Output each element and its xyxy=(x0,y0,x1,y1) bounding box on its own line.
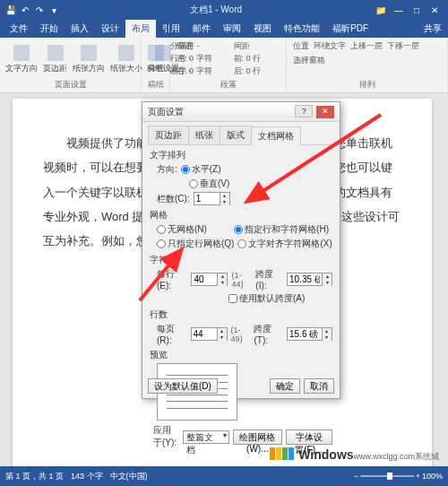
status-words[interactable]: 143 个字 xyxy=(71,471,103,482)
dialog-close-icon[interactable]: ✕ xyxy=(316,106,334,118)
direction-label: 方向: xyxy=(157,163,177,176)
watermark-name: Windows xyxy=(298,447,353,462)
chars-pitch-spinner[interactable]: ▴▾ xyxy=(287,273,332,286)
send-backward-button[interactable]: 下移一层 xyxy=(387,40,419,52)
ribbon-options-icon[interactable]: 📁 xyxy=(373,5,389,15)
spacing-before[interactable]: 前: 0 行 xyxy=(234,53,262,65)
tab-insert[interactable]: 插入 xyxy=(65,20,95,38)
save-icon[interactable]: 💾 xyxy=(5,5,16,15)
window-titlebar: 💾 ↶ ↷ ▾ 文档1 - Word 📁 — □ ✕ xyxy=(0,0,448,20)
share-button[interactable]: 共享 xyxy=(418,20,448,38)
group-label-paragraph: 段落 xyxy=(174,79,282,91)
minimize-icon[interactable]: — xyxy=(391,5,407,15)
dlg-tab-margins[interactable]: 页边距 xyxy=(148,126,189,144)
grid-label: 网格 xyxy=(150,209,332,221)
indent-heading: 缩进 xyxy=(177,40,212,52)
dlg-tab-grid[interactable]: 文档网格 xyxy=(251,126,301,145)
dlg-tab-layout[interactable]: 版式 xyxy=(220,126,252,144)
lines-perpage-label: 每页(R): xyxy=(157,323,187,345)
zoom-out-icon[interactable]: − xyxy=(353,472,358,481)
position-button[interactable]: 位置 xyxy=(293,40,309,52)
tab-foxit-pdf[interactable]: 福昕PDF xyxy=(326,20,375,38)
tab-home[interactable]: 开始 xyxy=(34,20,65,38)
watermark-bars-icon xyxy=(270,447,295,463)
tab-file[interactable]: 文件 xyxy=(4,20,34,38)
tab-features[interactable]: 特色功能 xyxy=(278,20,326,38)
use-default-pitch-checkbox[interactable]: 使用默认跨度(A) xyxy=(228,292,305,305)
ok-button[interactable]: 确定 xyxy=(270,378,300,394)
lines-label: 行数 xyxy=(150,308,332,321)
chars-perline-hint: (1-44) xyxy=(231,271,252,289)
indent-right[interactable]: 右: 0 字符 xyxy=(177,65,212,77)
cancel-button[interactable]: 取消 xyxy=(304,378,334,394)
zoom-level[interactable]: 100% xyxy=(422,472,443,481)
direction-vertical-radio[interactable]: 垂直(V) xyxy=(189,178,229,190)
chars-pitch-label: 跨度(I): xyxy=(255,268,283,291)
grid-none-radio[interactable]: 无网格(N) xyxy=(157,223,207,236)
indent-left[interactable]: 左: 0 字符 xyxy=(177,53,212,65)
status-page[interactable]: 第 1 页，共 1 页 xyxy=(5,471,64,482)
tab-design[interactable]: 设计 xyxy=(95,20,125,38)
status-language[interactable]: 中文(中国) xyxy=(110,471,148,482)
lines-perpage-spinner[interactable]: ▴▾ xyxy=(191,327,228,341)
set-default-button[interactable]: 设为默认值(D) xyxy=(148,378,218,394)
lines-pitch-label: 跨度(T): xyxy=(254,323,283,345)
chars-label: 字符数 xyxy=(150,254,332,266)
watermark-sub: www.wxclgg.com系统城 xyxy=(353,452,439,461)
dialog-help-icon[interactable]: ? xyxy=(295,105,313,117)
font-settings-button[interactable]: 字体设置(F)... xyxy=(286,430,332,445)
columns-spinner[interactable]: ▴▾ xyxy=(194,192,230,205)
tab-layout[interactable]: 布局 xyxy=(125,20,156,38)
spacing-heading: 间距 xyxy=(234,40,262,52)
draw-grid-button[interactable]: 绘图网格(W)... xyxy=(233,430,282,445)
lines-pitch-spinner[interactable]: ▴▾ xyxy=(287,327,332,341)
dialog-titlebar: 页面设置 ? ✕ xyxy=(142,102,340,122)
selection-pane-button[interactable]: 选择窗格 xyxy=(293,55,325,66)
status-bar: 第 1 页，共 1 页 143 个字 中文(中国) − + 100% xyxy=(0,466,448,486)
bring-forward-button[interactable]: 上移一层 xyxy=(350,40,383,52)
direction-horizontal-radio[interactable]: 水平(Z) xyxy=(181,163,221,176)
zoom-in-icon[interactable]: + xyxy=(416,472,420,481)
size-button[interactable]: 纸张大小 xyxy=(108,39,144,79)
maximize-icon[interactable]: □ xyxy=(409,5,425,15)
grid-line-only-radio[interactable]: 只指定行网格(Q) xyxy=(157,238,234,250)
orientation-button[interactable]: 纸张方向 xyxy=(71,39,107,79)
group-label-manuscript: 稿纸 xyxy=(145,79,166,91)
ribbon-tabs: 文件 开始 插入 设计 布局 引用 邮件 审阅 视图 特色功能 福昕PDF 共享 xyxy=(0,20,448,38)
text-direction-button[interactable]: 文字方向 xyxy=(4,39,39,79)
spacing-after[interactable]: 后: 0 行 xyxy=(234,65,262,77)
ribbon: 文字方向 页边距 纸张方向 纸张大小 分栏 分隔符 - 行号 - 断字 - 页面… xyxy=(0,38,448,93)
undo-icon[interactable]: ↶ xyxy=(20,5,30,15)
qat-menu-icon[interactable]: ▾ xyxy=(48,5,59,15)
watermark: Windows www.wxclgg.com系统城 xyxy=(270,447,439,463)
document-title: 文档1 - Word xyxy=(59,4,373,16)
redo-icon[interactable]: ↷ xyxy=(34,5,45,15)
wrap-text-button[interactable]: 环绕文字 xyxy=(314,40,346,52)
margins-button[interactable]: 页边距 xyxy=(41,39,69,79)
dialog-tabs: 页边距 纸张 版式 文档网格 xyxy=(148,126,334,145)
dialog-title: 页面设置 xyxy=(148,106,294,118)
grid-align-radio[interactable]: 文字对齐字符网格(X) xyxy=(237,238,332,250)
group-label-arrange: 排列 xyxy=(290,79,444,91)
chars-perline-label: 每行(E): xyxy=(157,268,187,291)
close-icon[interactable]: ✕ xyxy=(426,5,443,15)
page-setup-dialog: 页面设置 ? ✕ 页边距 纸张 版式 文档网格 文字排列 方向: 水平(Z) 垂… xyxy=(142,101,340,399)
apply-to-label: 应用于(Y): xyxy=(153,424,179,449)
columns-label: 栏数(C): xyxy=(157,193,190,205)
tab-references[interactable]: 引用 xyxy=(156,20,186,38)
tab-mailings[interactable]: 邮件 xyxy=(186,20,217,38)
group-label-page-setup: 页面设置 xyxy=(4,79,137,91)
tab-review[interactable]: 审阅 xyxy=(217,20,247,38)
preview-label: 预览 xyxy=(150,349,332,361)
lines-perpage-hint: (1-49) xyxy=(231,325,251,343)
dlg-tab-paper[interactable]: 纸张 xyxy=(188,126,220,144)
grid-line-char-radio[interactable]: 指定行和字符网格(H) xyxy=(234,223,329,236)
tab-view[interactable]: 视图 xyxy=(247,20,278,38)
zoom-slider[interactable] xyxy=(360,475,414,477)
chars-perline-spinner[interactable]: ▴▾ xyxy=(191,273,228,286)
apply-to-select[interactable]: 整篇文档 xyxy=(183,430,229,444)
text-direction-label: 文字排列 xyxy=(150,149,332,161)
